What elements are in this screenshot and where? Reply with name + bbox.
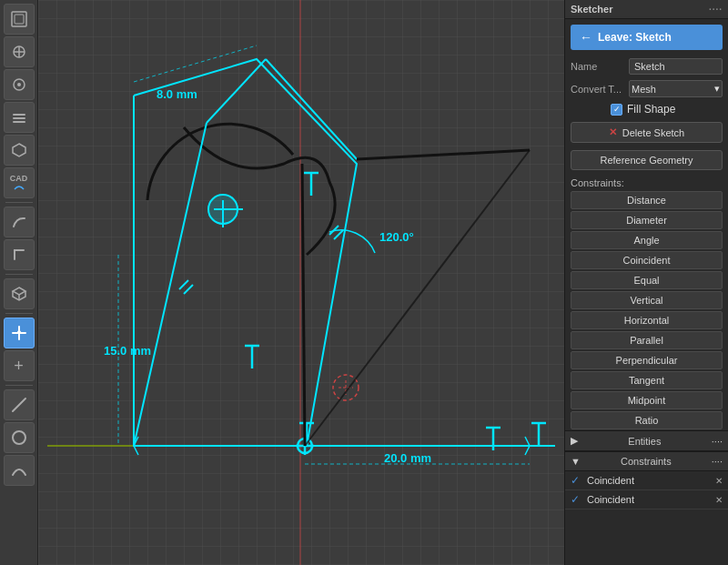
svg-line-50 <box>207 59 266 123</box>
bottom-constraint-label-1: Coincident <box>583 475 712 486</box>
svg-rect-9 <box>13 121 25 123</box>
svg-point-14 <box>13 431 25 444</box>
toolbar-btn-curve[interactable] <box>4 207 35 237</box>
convert-row: Convert T... Mesh ▾ <box>565 77 728 100</box>
sketcher-dots: ···· <box>709 5 723 15</box>
svg-line-51 <box>266 59 357 159</box>
left-toolbar: CAD + <box>0 0 38 565</box>
close-icon-2[interactable]: ✕ <box>715 495 723 505</box>
dim-20mm: 20.0 mm <box>384 451 431 465</box>
sketcher-title: Sketcher <box>571 4 612 15</box>
dim-8mm: 8.0 mm <box>157 87 197 101</box>
x-icon: ✕ <box>609 126 617 138</box>
svg-rect-7 <box>13 114 25 116</box>
dim-120deg: 120.0° <box>379 230 414 244</box>
back-arrow-icon: ← <box>580 30 592 45</box>
bottom-constraint-row-2: ✓ Coincident ✕ <box>565 490 728 510</box>
svg-rect-1 <box>15 15 24 24</box>
reference-geometry-button[interactable]: Reference Geometry <box>571 150 723 170</box>
svg-line-52 <box>357 150 530 159</box>
entities-label: Entities <box>628 436 661 447</box>
constraint-distance[interactable]: Distance <box>571 191 723 209</box>
constraint-midpoint[interactable]: Midpoint <box>571 391 723 409</box>
chevron-down-icon: ▾ <box>714 83 720 95</box>
constraints-bottom-dots: ···· <box>712 456 723 467</box>
constraint-tangent[interactable]: Tangent <box>571 371 723 389</box>
svg-marker-10 <box>13 144 25 156</box>
bottom-constraint-row-1: ✓ Coincident ✕ <box>565 471 728 490</box>
svg-line-13 <box>13 399 25 411</box>
svg-line-31 <box>334 230 343 239</box>
check-icon-1: ✓ <box>571 474 580 487</box>
constraint-ratio[interactable]: Ratio <box>571 411 723 429</box>
convert-label: Convert T... <box>571 84 625 95</box>
constraint-diameter[interactable]: Diameter <box>571 211 723 229</box>
svg-line-28 <box>179 280 188 289</box>
toolbar-sep-3 <box>5 313 33 314</box>
bottom-constraint-label-2: Coincident <box>583 494 712 505</box>
dim-15mm: 15.0 mm <box>104 344 151 358</box>
convert-value: Mesh <box>632 84 656 95</box>
svg-line-53 <box>305 150 530 446</box>
svg-rect-8 <box>13 117 25 119</box>
constraint-parallel[interactable]: Parallel <box>571 331 723 349</box>
delete-label: Delete Sketch <box>622 127 684 138</box>
close-icon-1[interactable]: ✕ <box>715 476 723 486</box>
toolbar-btn-corner[interactable] <box>4 239 35 270</box>
toolbar-btn-layers[interactable] <box>4 102 35 133</box>
toolbar-btn-view[interactable] <box>4 69 35 100</box>
constraint-vertical[interactable]: Vertical <box>571 291 723 309</box>
toolbar-btn-arc[interactable] <box>4 455 35 486</box>
svg-point-6 <box>17 83 21 86</box>
constraint-horizontal[interactable]: Horizontal <box>571 311 723 329</box>
toolbar-btn-3d[interactable] <box>4 278 35 309</box>
delete-sketch-button[interactable]: ✕ Delete Sketch <box>571 122 723 143</box>
constraints-chevron-icon: ▼ <box>571 456 581 467</box>
toolbar-btn-select[interactable] <box>4 4 35 35</box>
toolbar-btn-circle[interactable] <box>4 422 35 453</box>
ref-geom-label: Reference Geometry <box>600 155 693 166</box>
constraint-angle[interactable]: Angle <box>571 231 723 249</box>
sketcher-header[interactable]: Sketcher ···· <box>565 0 728 19</box>
constraints-bottom-label: Constraints <box>621 456 672 467</box>
svg-marker-11 <box>13 288 25 295</box>
constraint-coincident[interactable]: Coincident <box>571 251 723 269</box>
entities-section-header[interactable]: ▶ Entities ···· <box>565 430 728 451</box>
fill-shape-checkbox[interactable]: ✓ <box>611 104 622 116</box>
check-icon-2: ✓ <box>571 493 580 506</box>
sketch-canvas[interactable]: 8.0 mm 15.0 mm 20.0 mm 120.0° <box>38 0 564 565</box>
right-panel: Sketcher ···· ← Leave: Sketch Name Sketc… <box>564 0 728 565</box>
toolbar-sep-2 <box>5 274 33 275</box>
toolbar-sep-1 <box>5 202 33 203</box>
toolbar-btn-transform[interactable] <box>4 318 35 348</box>
toolbar-btn-object[interactable] <box>4 135 35 166</box>
entities-dots: ···· <box>712 436 723 447</box>
toolbar-btn-cad[interactable]: CAD <box>4 167 35 198</box>
entities-chevron-icon: ▶ <box>571 435 578 447</box>
fill-shape-label: Fill Shape <box>627 103 675 116</box>
leave-sketch-button[interactable]: ← Leave: Sketch <box>571 25 723 50</box>
toolbar-sep-4 <box>5 385 33 386</box>
constraints-bottom-header[interactable]: ▼ Constraints ···· <box>565 451 728 471</box>
svg-line-29 <box>184 285 193 294</box>
convert-select[interactable]: Mesh ▾ <box>629 80 723 97</box>
svg-rect-0 <box>12 12 26 26</box>
toolbar-btn-line[interactable] <box>4 389 35 420</box>
constraint-equal[interactable]: Equal <box>571 271 723 289</box>
leave-sketch-label: Leave: Sketch <box>598 31 672 44</box>
svg-line-49 <box>134 123 207 446</box>
fill-shape-row: ✓ Fill Shape <box>565 100 728 118</box>
toolbar-btn-move[interactable] <box>4 36 35 67</box>
name-row: Name Sketch <box>565 55 728 77</box>
cad-label: CAD <box>10 175 28 183</box>
constraint-perpendicular[interactable]: Perpendicular <box>571 351 723 369</box>
svg-line-48 <box>302 164 305 446</box>
toolbar-btn-add[interactable]: + <box>4 350 35 381</box>
name-label: Name <box>571 61 625 72</box>
constraints-label: Constraints: <box>565 174 728 190</box>
name-value[interactable]: Sketch <box>629 58 723 75</box>
canvas-area[interactable]: 8.0 mm 15.0 mm 20.0 mm 120.0° <box>38 0 564 565</box>
